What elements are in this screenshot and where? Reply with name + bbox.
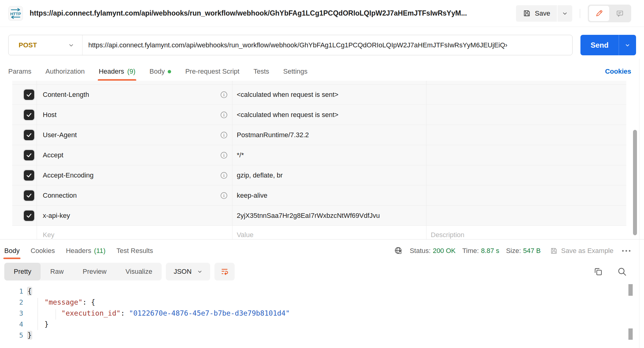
- info-icon: i: [220, 111, 228, 119]
- tab-label: Settings: [283, 68, 308, 75]
- view-visualize-button[interactable]: Visualize: [116, 263, 162, 280]
- tab-authorization[interactable]: Authorization: [46, 62, 85, 81]
- chevron-down-icon: [197, 269, 203, 274]
- column-divider: [232, 81, 232, 84]
- save-floppy-icon: [523, 9, 531, 17]
- column-divider: [37, 85, 37, 104]
- header-key[interactable]: Accept: [43, 151, 63, 159]
- tab-body[interactable]: Body: [149, 62, 171, 81]
- tab-settings[interactable]: Settings: [283, 62, 308, 81]
- time-value[interactable]: 8.87 s: [481, 247, 499, 255]
- status-group: Status: 200 OK: [410, 247, 456, 255]
- header-key[interactable]: User-Agent: [43, 131, 77, 139]
- status-value[interactable]: 200 OK: [433, 247, 456, 255]
- line-number[interactable]: 5: [0, 332, 23, 339]
- cookies-link[interactable]: Cookies: [605, 62, 631, 81]
- comment-mode-button[interactable]: [610, 6, 630, 21]
- row-checkbox[interactable]: [24, 150, 34, 160]
- tab-label: Params: [8, 68, 31, 75]
- view-raw-button[interactable]: Raw: [41, 263, 73, 280]
- ellipsis-icon: [621, 249, 631, 253]
- header-key[interactable]: Connection: [43, 192, 77, 200]
- network-globe-lock-icon[interactable]: [394, 246, 403, 255]
- header-value[interactable]: <calculated when request is sent>: [237, 91, 338, 99]
- format-selector[interactable]: JSON: [166, 263, 210, 280]
- save-as-example-label: Save as Example: [561, 247, 613, 255]
- line-number[interactable]: 3: [0, 310, 23, 317]
- view-preview-button[interactable]: Preview: [73, 263, 116, 280]
- key-placeholder[interactable]: Key: [43, 231, 54, 239]
- code-token-key: "message": [44, 298, 82, 306]
- tab-label: Cookies: [31, 247, 55, 255]
- view-pretty-button[interactable]: Pretty: [4, 263, 41, 280]
- response-body-editor[interactable]: 1{2 "message": {3 "execution_id": "01226…: [0, 284, 617, 348]
- tab-headers[interactable]: Headers(9): [99, 62, 135, 81]
- search-button[interactable]: [617, 267, 627, 277]
- header-row-accept-encoding: Accept-Encodingigzip, deflate, br: [12, 165, 626, 185]
- column-divider: [426, 81, 426, 84]
- code-line: 5}: [0, 330, 617, 341]
- response-scrollbar-thumb[interactable]: [628, 284, 633, 296]
- value-placeholder[interactable]: Value: [237, 231, 254, 239]
- tab-pre-request-script[interactable]: Pre-request Script: [185, 62, 239, 81]
- line-number[interactable]: 4: [0, 321, 23, 328]
- url-input[interactable]: https://api.connect.fylamynt.com/api/web…: [82, 35, 572, 55]
- line-number[interactable]: 2: [0, 299, 23, 306]
- tab-params[interactable]: Params: [8, 62, 31, 81]
- save-dropdown-button[interactable]: [558, 5, 572, 22]
- header-key[interactable]: Accept-Encoding: [43, 171, 93, 179]
- method-label: POST: [19, 41, 37, 49]
- code-line: 3 "execution_id": "0122670e-4876-45e7-b7…: [0, 308, 617, 319]
- send-dropdown-button[interactable]: [619, 35, 636, 55]
- save-button-group: Save: [516, 5, 572, 22]
- header-row-accept: Accepti*/*: [12, 145, 626, 165]
- response-view-toolbar: PrettyRawPreviewVisualize JSON: [4, 263, 235, 280]
- editor-scrollbar-thumb[interactable]: [628, 328, 633, 340]
- header-value[interactable]: PostmanRuntime/7.32.2: [237, 131, 309, 139]
- column-divider: [37, 206, 37, 225]
- code-token-ws: [27, 309, 61, 317]
- header-value[interactable]: <calculated when request is sent>: [237, 111, 338, 119]
- wrap-text-button[interactable]: [214, 263, 235, 280]
- response-tab-body[interactable]: Body: [4, 240, 20, 262]
- more-options-button[interactable]: [621, 249, 631, 253]
- header-value[interactable]: 2yjX35tnnSaa7Hr2g8EaI7rWxbzcNtWf69VdfJvu: [237, 212, 380, 220]
- copy-button[interactable]: [593, 267, 603, 277]
- response-tab-test-results[interactable]: Test Results: [116, 240, 153, 262]
- column-divider: [232, 206, 232, 225]
- row-checkbox[interactable]: [24, 130, 34, 140]
- save-as-example-button[interactable]: Save as Example: [550, 247, 613, 255]
- size-value[interactable]: 547 B: [523, 247, 541, 255]
- column-divider: [426, 206, 426, 225]
- line-number[interactable]: 1: [0, 288, 23, 295]
- edit-mode-button[interactable]: [589, 6, 609, 21]
- header-value[interactable]: */*: [237, 151, 244, 159]
- save-button[interactable]: Save: [516, 5, 557, 22]
- checkmark-icon: [26, 172, 32, 179]
- send-button[interactable]: Send: [580, 35, 619, 55]
- row-checkbox[interactable]: [24, 190, 34, 201]
- row-checkbox[interactable]: [24, 170, 34, 181]
- response-tab-headers[interactable]: Headers(11): [66, 240, 106, 262]
- url-box: POST https://api.connect.fylamynt.com/ap…: [8, 35, 573, 55]
- description-placeholder[interactable]: Description: [431, 231, 464, 239]
- code-line: 4 }: [0, 319, 617, 330]
- header-value[interactable]: gzip, deflate, br: [237, 171, 283, 179]
- column-divider: [426, 105, 426, 125]
- row-checkbox[interactable]: [24, 90, 34, 100]
- headers-scrollbar-thumb[interactable]: [633, 130, 637, 235]
- new-header-row[interactable]: Key Value Description: [12, 226, 626, 239]
- header-key[interactable]: x-api-key: [43, 212, 70, 220]
- tab-label: Body: [149, 68, 165, 75]
- edit-comment-toggle: [588, 5, 631, 22]
- row-checkbox[interactable]: [24, 211, 34, 221]
- response-tab-cookies[interactable]: Cookies: [31, 240, 55, 262]
- method-selector[interactable]: POST: [9, 35, 82, 55]
- header-key[interactable]: Content-Length: [43, 91, 89, 99]
- header-value[interactable]: keep-alive: [237, 192, 267, 200]
- code-token-ws: [27, 298, 44, 306]
- tab-tests[interactable]: Tests: [254, 62, 269, 81]
- topbar-actions: Save: [516, 5, 631, 22]
- header-key[interactable]: Host: [43, 111, 57, 119]
- row-checkbox[interactable]: [24, 110, 34, 120]
